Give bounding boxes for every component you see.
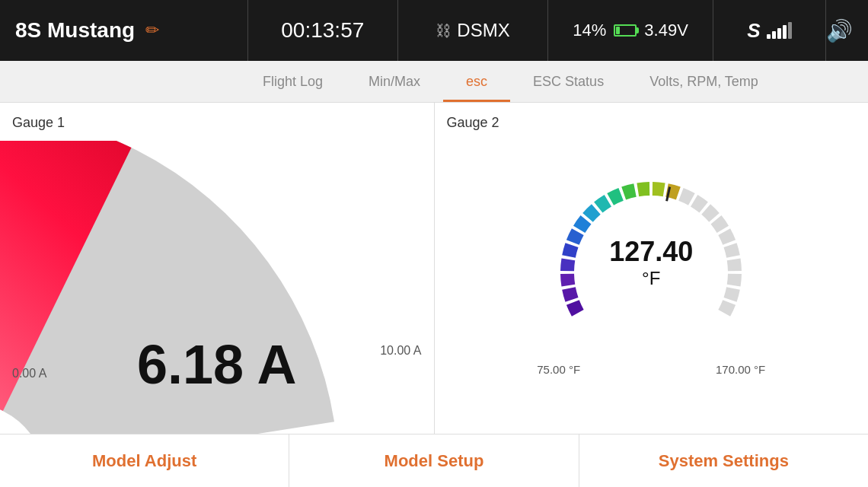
tabs-bar: Flight Log Min/Max esc ESC Status Volts,… <box>0 61 868 103</box>
gauge2-min-label: 75.00 °F <box>537 363 580 376</box>
gauge1-value: 6.18 A <box>137 333 296 396</box>
brand-icon: S <box>747 19 760 43</box>
gauge2-container: 127.40 °F 75.00 °F 170.00 °F <box>447 131 857 415</box>
volume-icon[interactable]: 🔊 <box>826 18 853 43</box>
gauge2-label: Gauge 2 <box>447 115 857 131</box>
brand-section: S <box>713 0 826 61</box>
link-icon: ⛓ <box>436 22 451 40</box>
timer-section: 00:13:57 <box>248 0 398 61</box>
gauge2-unit: °F <box>609 268 693 289</box>
gauge2-canvas-wrap: 127.40 °F <box>537 170 765 360</box>
timer-display: 00:13:57 <box>281 18 364 43</box>
system-settings-button[interactable]: System Settings <box>579 434 868 487</box>
radio-section: ⛓ DSMX <box>398 0 548 61</box>
voltage-display: 3.49V <box>644 21 688 40</box>
tab-esc-status[interactable]: ESC Status <box>510 61 627 102</box>
model-name: 8S Mustang <box>15 18 135 43</box>
tab-volts-rpm-temp[interactable]: Volts, RPM, Temp <box>627 61 781 102</box>
gauge2-value: 127.40 <box>609 236 693 268</box>
gauge2-scale: 75.00 °F 170.00 °F <box>537 363 765 376</box>
model-adjust-button[interactable]: Model Adjust <box>0 434 289 487</box>
model-setup-button[interactable]: Model Setup <box>289 434 579 487</box>
gauge1-label: Gauge 1 <box>12 115 422 131</box>
battery-section: 14% 3.49V <box>548 0 713 61</box>
gauge2-value-display: 127.40 °F <box>609 236 693 289</box>
edit-icon[interactable]: ✏ <box>145 21 159 40</box>
gauge2-max-label: 170.00 °F <box>716 363 765 376</box>
main-content: Gauge 1 0.00 A 10.00 A 6.18 A Gauge 2 12… <box>0 103 868 434</box>
signal-bars <box>767 22 792 39</box>
tab-flight-log[interactable]: Flight Log <box>240 61 346 102</box>
tab-min-max[interactable]: Min/Max <box>346 61 443 102</box>
gauge1-max-label: 10.00 A <box>380 344 421 358</box>
model-name-section: 8S Mustang ✏ <box>15 0 248 61</box>
volume-section[interactable]: 🔊 <box>826 0 853 61</box>
tab-esc[interactable]: esc <box>443 61 510 102</box>
gauge1-panel: Gauge 1 0.00 A 10.00 A 6.18 A <box>0 103 435 434</box>
gauge2-panel: Gauge 2 127.40 °F 75.00 °F 170.00 °F <box>435 103 869 434</box>
battery-icon <box>614 24 637 37</box>
gauge1-min-label: 0.00 A <box>12 367 46 380</box>
footer-bar: Model Adjust Model Setup System Settings <box>0 434 868 487</box>
radio-name: DSMX <box>457 20 509 41</box>
header: 8S Mustang ✏ 00:13:57 ⛓ DSMX 14% 3.49V S… <box>0 0 868 61</box>
battery-percent: 14% <box>573 21 606 40</box>
